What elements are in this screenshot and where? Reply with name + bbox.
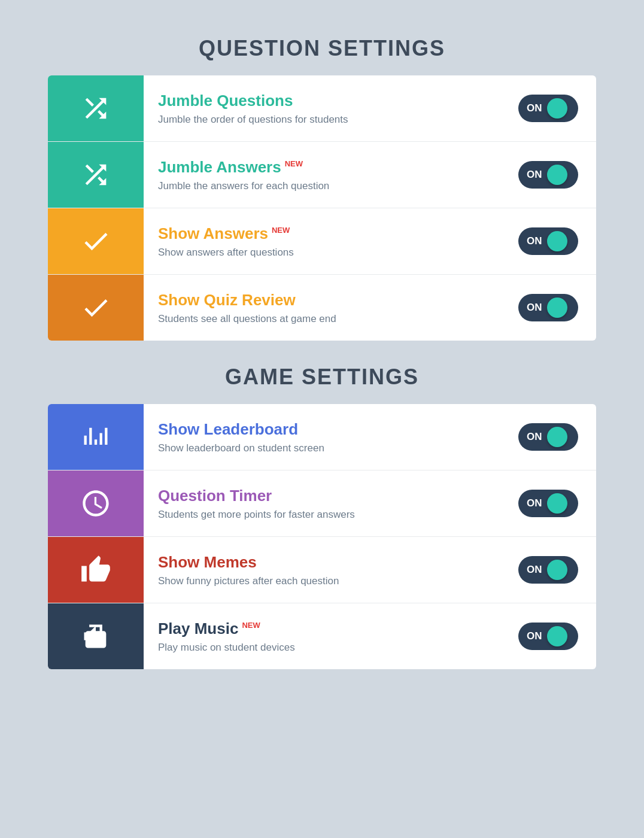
jumble-questions-toggle-knob [547,98,567,119]
show-quiz-review-toggle-area: ON [500,294,596,321]
clock-icon [80,488,111,519]
leaderboard-icon [80,421,111,453]
show-answers-row: Show AnswersNEW Show answers after quest… [48,208,596,275]
show-answers-label: Show AnswersNEW [158,224,486,243]
jumble-answers-toggle-label: ON [527,169,542,181]
show-quiz-review-label: Show Quiz Review [158,291,486,309]
show-answers-toggle-knob [547,231,567,251]
question-timer-content: Question Timer Students get more points … [144,476,500,532]
show-memes-icon-bg [48,537,144,603]
jumble-answers-toggle-knob [547,165,567,185]
play-music-toggle-knob [547,626,567,646]
question-timer-row: Question Timer Students get more points … [48,470,596,537]
show-answers-toggle[interactable]: ON [518,227,578,255]
jumble-questions-toggle[interactable]: ON [518,95,578,122]
jumble-questions-desc: Jumble the order of questions for studen… [158,114,486,126]
play-music-badge: NEW [242,621,260,630]
game-settings-card: Show Leaderboard Show leaderboard on stu… [48,404,596,669]
show-quiz-review-toggle[interactable]: ON [518,294,578,321]
question-timer-toggle-label: ON [527,497,542,509]
show-leaderboard-content: Show Leaderboard Show leaderboard on stu… [144,409,500,465]
show-answers-desc: Show answers after questions [158,247,486,259]
music-icon [80,621,111,652]
jumble-answers-toggle[interactable]: ON [518,161,578,189]
show-leaderboard-toggle-label: ON [527,431,542,443]
show-leaderboard-toggle[interactable]: ON [518,423,578,451]
jumble-questions-content: Jumble Questions Jumble the order of que… [144,81,500,136]
show-memes-toggle-knob [547,560,567,580]
question-timer-toggle-knob [547,493,567,514]
play-music-toggle-area: ON [500,623,596,650]
jumble-questions-label: Jumble Questions [158,92,486,110]
play-music-desc: Play music on student devices [158,642,486,654]
play-music-row: Play MusicNEW Play music on student devi… [48,603,596,669]
show-memes-toggle-label: ON [527,564,542,576]
check-icon-2 [80,292,111,323]
question-timer-desc: Students get more points for faster answ… [158,509,486,521]
play-music-icon-bg [48,603,144,669]
jumble-questions-icon-bg [48,75,144,141]
jumble-answers-content: Jumble AnswersNEW Jumble the answers for… [144,147,500,203]
show-quiz-review-toggle-knob [547,297,567,318]
play-music-toggle[interactable]: ON [518,623,578,650]
shuffle-icon [80,93,111,124]
question-settings-title: QUESTION SETTINGS [48,36,596,61]
show-leaderboard-icon-bg [48,404,144,470]
shuffle-icon-2 [80,159,111,190]
jumble-questions-toggle-area: ON [500,95,596,122]
jumble-answers-desc: Jumble the answers for each question [158,180,486,192]
show-memes-row: Show Memes Show funny pictures after eac… [48,537,596,603]
jumble-answers-label: Jumble AnswersNEW [158,158,486,177]
show-answers-icon-bg [48,208,144,274]
jumble-questions-toggle-label: ON [527,102,542,114]
jumble-answers-row: Jumble AnswersNEW Jumble the answers for… [48,142,596,208]
show-memes-toggle-area: ON [500,556,596,584]
show-quiz-review-icon-bg [48,275,144,341]
check-icon [80,226,111,257]
question-timer-toggle-area: ON [500,490,596,517]
show-quiz-review-toggle-label: ON [527,302,542,314]
thumbsup-icon [80,554,111,585]
show-memes-toggle[interactable]: ON [518,556,578,584]
jumble-answers-badge: NEW [285,159,303,168]
show-leaderboard-toggle-knob [547,427,567,447]
jumble-answers-toggle-area: ON [500,161,596,189]
show-leaderboard-label: Show Leaderboard [158,420,486,439]
show-memes-label: Show Memes [158,553,486,572]
question-timer-toggle[interactable]: ON [518,490,578,517]
play-music-label: Play MusicNEW [158,620,486,638]
show-memes-content: Show Memes Show funny pictures after eac… [144,542,500,598]
play-music-toggle-label: ON [527,630,542,642]
question-timer-label: Question Timer [158,487,486,505]
show-quiz-review-content: Show Quiz Review Students see all questi… [144,280,500,336]
question-settings-card: Jumble Questions Jumble the order of que… [48,75,596,341]
jumble-questions-row: Jumble Questions Jumble the order of que… [48,75,596,142]
show-leaderboard-desc: Show leaderboard on student screen [158,442,486,454]
show-answers-toggle-label: ON [527,235,542,247]
game-settings-title: GAME SETTINGS [48,365,596,390]
question-timer-icon-bg [48,470,144,536]
show-leaderboard-toggle-area: ON [500,423,596,451]
show-answers-content: Show AnswersNEW Show answers after quest… [144,214,500,269]
show-quiz-review-desc: Students see all questions at game end [158,313,486,325]
play-music-content: Play MusicNEW Play music on student devi… [144,609,500,664]
show-quiz-review-row: Show Quiz Review Students see all questi… [48,275,596,341]
show-answers-badge: NEW [272,226,290,235]
show-answers-toggle-area: ON [500,227,596,255]
show-leaderboard-row: Show Leaderboard Show leaderboard on stu… [48,404,596,470]
jumble-answers-icon-bg [48,142,144,208]
show-memes-desc: Show funny pictures after each question [158,575,486,587]
